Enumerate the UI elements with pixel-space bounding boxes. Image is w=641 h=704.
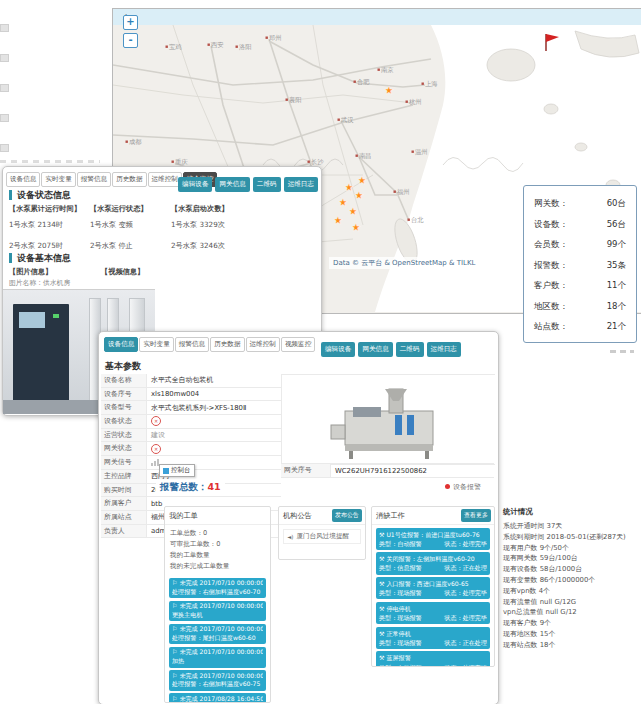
alarm-total-label: 报警总数： [160,481,208,492]
device-star-marker[interactable]: ★ [348,205,358,218]
my-orders-summary: 工单总数：0可审批工单数：0我的工单数量我的未完成工单数量 [165,525,270,575]
defect-meta-line: 类型：现场报警状态：处理完毕 [379,613,487,622]
zoom-in-button[interactable]: + [123,15,138,30]
device-star-marker[interactable]: ★ [357,174,367,187]
defect-title-line: ⚒ 停电停机 [379,604,487,613]
statistics-line: 现有设备数 58台/1000台 [503,564,635,575]
defect-title-line: ⚒ 关闭报警：左侧加料温度v60-20 [379,554,487,563]
tab-bottom-3[interactable]: 历史数据 [210,337,244,352]
bottom-action-button-2[interactable]: 二维码 [396,342,424,357]
map-city-label: 南京 [381,66,394,73]
param-value: ✕ [147,416,281,426]
photo-info-label: 【图片信息】 [9,267,52,277]
defect-meta-line: 类型：现场报警状态：处理完毕 [379,588,487,597]
defect-item[interactable]: ⚒ 入口报警：西进口温度v60-65类型：现场报警状态：处理完毕 [376,577,490,599]
defect-item[interactable]: ⚒ 停电停机类型：现场报警状态：处理完毕 [376,602,490,624]
tab-bottom-1[interactable]: 实时变量 [139,337,173,352]
map-city-dot [208,44,210,46]
param-label: 设备名称 [101,374,147,387]
tab-bottom-0[interactable]: 设备信息 [104,337,138,352]
top-action-button-1[interactable]: 网关信息 [215,177,249,192]
map-city-dot [126,141,128,143]
dashed-artifact [0,160,100,163]
defect-type: 类型：信息报警 [379,563,422,572]
tab-bottom-2[interactable]: 报警信息 [175,337,209,352]
brand-tooltip: 控制台 [159,464,195,477]
param-value: ✕ [147,444,281,454]
stats-value: 11个 [607,275,626,296]
device-star-marker[interactable]: ★ [351,221,361,234]
work-order-status-line: ⚐ 未完成 2017/07/10 00:00:00 [172,672,263,681]
defect-item[interactable]: ⚒ U1号位报警：前进口温度tu60-76类型：自动报警状态：处理完毕 [376,528,490,550]
param-label: 所属站点 [101,511,147,524]
param-row: 网关状态✕ [101,442,281,456]
device-star-marker[interactable]: ★ [354,189,364,202]
defect-item[interactable]: ⚒ 正常停机类型：现场报警状态：正在处理 [376,627,490,649]
statistics-line: 现有用户数 9个/50个 [503,543,635,554]
statistics-line: 现有vpn数 4个 [503,586,635,597]
map-city-label: 南昌 [359,152,372,160]
tab-bottom-4[interactable]: 运维控制 [246,337,280,352]
defect-title-line: ⚒ 蓝屏报警 [379,653,487,662]
detail-panel-actions: 编辑设备网关信息二维码运维日志 [318,336,461,357]
edge-artifact [0,114,9,122]
tab-top-2[interactable]: 报警信息 [77,172,111,187]
map-city-dot [308,161,310,163]
defect-type: 类型：自动报警 [379,539,422,548]
param-label: 设备型号 [101,401,147,414]
map-city-label: 重庆 [175,158,188,165]
device-detail-panel: 设备信息实时变量报警信息历史数据运维控制视频监控 编辑设备网关信息二维码运维日志… [98,331,499,704]
announcements-list: ◄)厦门台风过境提醒 [279,529,365,544]
device-star-marker[interactable]: ★ [344,181,354,194]
device-star-marker[interactable]: ★ [384,84,394,97]
map-city-dot [236,46,238,48]
statistics-line: vpn总流量值 null G/12 [503,607,635,618]
map-city-dot [412,151,414,153]
work-order-item[interactable]: ⚐ 未完成 2017/07/10 00:00:00处理报警：尾封口温度w60-6… [169,624,266,645]
work-order-desc: 处理报警：右侧加料温度v60-75 [172,680,263,689]
cabinet-indicator [53,314,59,318]
map-city-dot [356,155,358,157]
publish-announcement-button[interactable]: 发布公告 [332,509,362,522]
param-label: 网关状态 [101,442,147,455]
view-more-button[interactable]: 查看更多 [461,509,491,522]
edge-artifact [0,144,9,152]
device-star-marker[interactable]: ★ [338,196,348,209]
top-action-button-2[interactable]: 二维码 [253,177,281,192]
map-city-label: 上海 [425,80,438,88]
map-city-dot [406,101,408,103]
announcement-item[interactable]: ◄)厦门台风过境提醒 [283,529,361,544]
param-row: 运营状态建设 [101,429,281,443]
zoom-out-button[interactable]: - [123,33,138,48]
param-row: 设备名称水平式全自动包装机 [101,374,281,388]
defect-meta-line: 类型：自动报警状态：处理完毕 [379,663,487,667]
tab-top-0[interactable]: 设备信息 [6,172,40,187]
tab-top-1[interactable]: 实时变量 [41,172,75,187]
work-order-item[interactable]: ⚐ 未完成 2017/07/10 00:00:00更换主电机 [169,601,266,622]
map-city-label: 杭州 [408,98,422,106]
work-order-item[interactable]: ⚐ 未完成 2017/07/10 00:00:00处理报警：右侧加料温度v60-… [169,670,266,691]
work-order-status-line: ⚐ 未完成 2017/08/28 16:04:50 [172,695,263,703]
work-order-item[interactable]: ⚐ 未完成 2017/08/28 16:04:50cx0004 [169,693,266,703]
device-star-marker[interactable]: ★ [333,214,343,227]
tab-bottom-5[interactable]: 视频监控 [281,337,315,352]
top-action-button-0[interactable]: 编辑设备 [178,177,212,192]
photo-name: 图片名称：供水机房 [9,278,70,288]
defect-item[interactable]: ⚒ 蓝屏报警类型：自动报警状态：处理完毕 [376,651,490,667]
work-order-item[interactable]: ⚐ 未完成 2017/07/10 00:00:00处理报警：右侧加料温度v60-… [169,578,266,599]
defect-item[interactable]: ⚒ 关闭报警：左侧加料温度v60-20类型：信息报警状态：正在处理 [376,552,490,574]
work-order-item[interactable]: ⚐ 未完成 2017/07/10 00:00:00加热 [169,647,266,668]
error-status-icon: ✕ [151,416,161,426]
map-city-dot [172,161,174,163]
bottom-action-button-3[interactable]: 运维日志 [427,342,461,357]
bottom-action-button-1[interactable]: 网关信息 [358,342,392,357]
pump-status-header: 【水泵运行状态】 [90,204,182,214]
defect-state: 状态：正在处理 [444,638,487,647]
bottom-action-button-0[interactable]: 编辑设备 [321,342,355,357]
param-value: 水平式包装机系列->XFS-180Ⅱ [147,403,281,413]
stats-label: 报警数： [534,255,568,276]
top-action-button-3[interactable]: 运维日志 [284,177,318,192]
stats-value: 35条 [607,255,626,276]
tab-top-3[interactable]: 历史数据 [112,172,146,187]
pump-status-line: 1号水泵 变频 [90,220,182,230]
